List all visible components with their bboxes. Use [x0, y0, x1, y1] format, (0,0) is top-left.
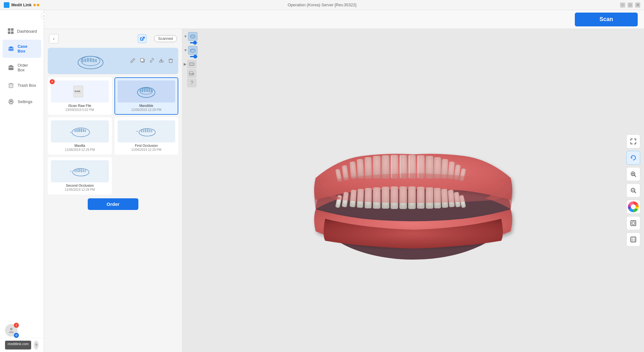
view-btn-bottom[interactable]	[188, 46, 197, 55]
file-preview-second-occlusion	[51, 160, 109, 182]
svg-rect-37	[142, 89, 143, 92]
view-btn-raw[interactable]: RAW	[187, 69, 197, 78]
view-btn-side[interactable]	[187, 60, 197, 69]
app-logo: Medit Link	[4, 2, 39, 8]
viewer-panel: ▼	[182, 29, 644, 352]
export-icon[interactable]	[158, 57, 165, 64]
back-button[interactable]: ‹	[49, 34, 58, 43]
svg-rect-2	[8, 31, 10, 34]
help-button[interactable]: ?	[34, 341, 39, 349]
list-item[interactable]: ✕ RAW iScan Raw File 23/09/2019 5:02 PM	[48, 77, 112, 115]
viewer-right-toolbar	[626, 135, 640, 246]
file-date: 23/09/2019 5:02 PM	[51, 108, 109, 112]
svg-rect-7	[8, 66, 14, 70]
svg-rect-38	[144, 88, 146, 92]
svg-rect-69	[190, 63, 194, 65]
dashboard-icon	[8, 28, 14, 35]
svg-rect-60	[75, 170, 76, 172]
chevron-down-icon-1[interactable]: ▼	[184, 34, 187, 39]
list-item[interactable]: Mandible 11/06/2019 12:29 PM	[114, 77, 179, 115]
content-row: ‹ Scanned	[44, 29, 644, 352]
svg-rect-44	[75, 129, 76, 132]
chevron-down-icon-2[interactable]: ▼	[184, 48, 187, 52]
frame-button[interactable]	[626, 216, 640, 230]
svg-rect-0	[8, 28, 10, 31]
minimize-button[interactable]: ─	[620, 3, 625, 8]
svg-rect-9	[10, 65, 12, 66]
view-btn-unknown[interactable]: ?	[187, 79, 197, 87]
sidebar-label-dashboard: Dashboard	[17, 29, 37, 34]
svg-rect-19	[82, 59, 84, 62]
zoom-out-button[interactable]	[626, 184, 640, 197]
fullscreen-button[interactable]	[626, 135, 640, 148]
trash-icon[interactable]	[167, 57, 175, 64]
svg-rect-122	[631, 221, 636, 226]
grid-button[interactable]	[626, 233, 640, 246]
settings-icon	[8, 98, 14, 105]
app-body: « Dashboard	[0, 10, 644, 352]
sidebar-user-area: 2 ⚙	[0, 322, 44, 338]
slider-1-track[interactable]	[190, 42, 198, 43]
slider-1-thumb[interactable]	[193, 41, 197, 45]
svg-rect-27	[159, 61, 163, 62]
svg-rect-124	[631, 237, 636, 242]
svg-text:RAW: RAW	[190, 73, 194, 75]
sidebar-collapse-button[interactable]: «	[41, 13, 47, 19]
server-info: Operation (Korea) Server [Rev.35322]	[288, 3, 357, 7]
sidebar-item-order-box[interactable]: Order Box	[3, 58, 41, 77]
svg-rect-49	[85, 129, 86, 132]
website-link[interactable]: meditlink.com	[5, 341, 31, 349]
sidebar-item-settings[interactable]: Settings	[3, 94, 41, 109]
file-name: Mandible	[118, 104, 175, 107]
svg-rect-65	[85, 170, 86, 172]
view-btn-top[interactable]	[188, 32, 197, 41]
sidebar-item-dashboard[interactable]: Dashboard	[3, 23, 41, 39]
sidebar-label-case-box: Case Box	[18, 44, 36, 53]
rotate-button[interactable]	[626, 151, 640, 165]
view-row-4: ▶ RAW	[184, 69, 198, 78]
order-box-icon	[8, 64, 14, 71]
chevron-right-icon[interactable]: ▶	[184, 62, 186, 66]
titlebar: Medit Link Operation (Korea) Server [Rev…	[0, 0, 644, 10]
file-name: Maxilla	[51, 144, 109, 147]
svg-rect-47	[80, 129, 82, 132]
svg-rect-5	[10, 47, 12, 48]
titlebar-dots	[33, 4, 39, 6]
scan-button[interactable]: Scan	[575, 13, 638, 26]
svg-rect-36	[140, 89, 141, 92]
svg-rect-123	[632, 222, 635, 224]
svg-line-119	[635, 192, 636, 193]
file-preview-maxilla	[51, 120, 109, 142]
svg-rect-22	[90, 58, 92, 62]
svg-point-66	[190, 35, 195, 38]
dental-3d-model	[300, 121, 526, 260]
viewer-left-controls: ▼	[182, 29, 200, 352]
order-button[interactable]: Order	[88, 198, 138, 210]
maximize-button[interactable]: □	[628, 3, 633, 8]
svg-point-121	[631, 204, 636, 209]
sidebar-item-trash-box[interactable]: Trash Box	[3, 77, 41, 93]
svg-rect-45	[76, 129, 78, 132]
svg-rect-62	[78, 169, 80, 172]
svg-text:RAW: RAW	[75, 90, 80, 93]
svg-rect-54	[145, 129, 146, 132]
copy-icon[interactable]	[139, 57, 146, 64]
settings-gear-icon[interactable]: ⚙	[14, 333, 19, 338]
svg-rect-61	[76, 169, 78, 172]
list-item[interactable]: Maxilla 11/06/2019 12:29 PM	[48, 117, 112, 155]
color-button[interactable]	[626, 200, 640, 214]
link-icon[interactable]	[148, 57, 156, 64]
list-item[interactable]: Second Occlusion 11/06/2019 12:29 PM	[48, 157, 112, 195]
svg-rect-40	[148, 89, 150, 92]
file-date: 11/06/2019 12:29 PM	[118, 108, 175, 112]
share-icon[interactable]	[138, 34, 147, 43]
close-button[interactable]: ✕	[635, 3, 640, 8]
slider-2-track[interactable]	[190, 56, 198, 57]
list-item[interactable]: First Occlusion 11/06/2019 12:29 PM	[114, 117, 179, 155]
view-row-2: ▼	[184, 46, 198, 55]
sidebar-item-case-box[interactable]: Case Box	[3, 40, 41, 58]
zoom-in-button[interactable]	[626, 167, 640, 181]
edit-icon[interactable]	[129, 57, 137, 64]
slider-2-thumb[interactable]	[193, 55, 197, 58]
avatar[interactable]: 2 ⚙	[5, 324, 18, 337]
